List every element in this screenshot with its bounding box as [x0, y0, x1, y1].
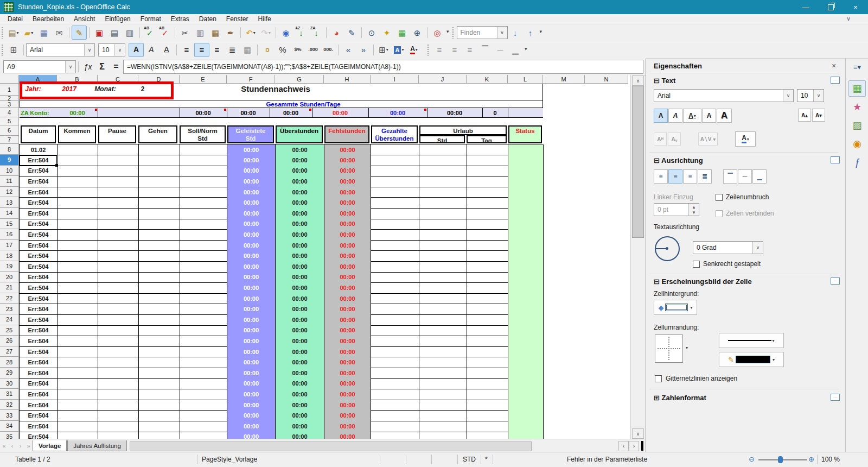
cell-K29[interactable]	[467, 368, 508, 379]
column-header-L[interactable]: L	[508, 75, 543, 84]
cell-H22[interactable]: 00:00	[324, 293, 371, 305]
tb-std-overflow[interactable]: ▾	[446, 29, 449, 34]
cell-C34[interactable]	[98, 421, 139, 432]
cell-appearance-dialog-launcher-icon[interactable]: …	[831, 277, 840, 285]
align-top-button[interactable]: ▔	[723, 169, 737, 184]
cell-A12[interactable]: Err:504	[20, 187, 58, 198]
cell-D29[interactable]	[139, 368, 180, 379]
header-gezahlte-ueberstunden[interactable]: GezahlteÜberstunden	[371, 125, 418, 143]
cell-total-E[interactable]: 00:00	[180, 108, 227, 117]
background-color-dropdown-icon[interactable]: ▾	[690, 305, 692, 310]
cell-C13[interactable]	[98, 197, 139, 209]
cell-K23[interactable]	[467, 304, 508, 315]
background-color-button[interactable]: A▾	[391, 43, 406, 57]
row-header-2[interactable]: 2	[0, 96, 19, 101]
cell-B10[interactable]	[58, 166, 98, 177]
cell-H20[interactable]: 00:00	[324, 272, 371, 283]
cell-H12[interactable]: 00:00	[324, 187, 371, 198]
close-button[interactable]: ×	[843, 0, 868, 14]
format-paintbrush-button[interactable]: ✒	[223, 26, 238, 40]
cell-F22[interactable]: 00:00	[227, 293, 276, 305]
row-header-32[interactable]: 32	[0, 400, 19, 411]
cell-C14[interactable]	[98, 208, 139, 219]
sidebar-font-name-select[interactable]: Arial ∨	[654, 89, 794, 102]
cell-L15[interactable]	[508, 219, 544, 230]
menu-item-bearbeiten[interactable]: Bearbeiten	[28, 15, 68, 23]
row-header-26[interactable]: 26	[0, 336, 19, 346]
cell-G19[interactable]: 00:00	[276, 261, 324, 273]
cell-F19[interactable]: 00:00	[227, 261, 276, 273]
row-header-11[interactable]: 11	[0, 176, 19, 187]
cell-J29[interactable]	[419, 368, 467, 379]
cell-G9[interactable]: 00:00	[276, 155, 324, 166]
align-center-button[interactable]: ≡	[194, 43, 209, 57]
sort-descending-button[interactable]: ZA↓	[309, 26, 324, 40]
cell-B22[interactable]	[58, 293, 98, 305]
cell-I13[interactable]	[371, 197, 419, 209]
header-fehlstunden[interactable]: Fehlstunden	[324, 125, 369, 143]
cell-L22[interactable]	[508, 293, 544, 305]
font-name-select[interactable]: Arial ∨	[26, 43, 95, 56]
cell-E15[interactable]	[180, 219, 227, 230]
cell-L9[interactable]	[508, 155, 544, 166]
scroll-down-icon[interactable]: ∨	[632, 428, 644, 439]
cell-D17[interactable]	[139, 240, 180, 251]
font-color-button[interactable]: A▾	[406, 43, 422, 57]
cell-D8[interactable]	[139, 144, 180, 155]
cell-A27[interactable]: Err:504	[20, 346, 58, 358]
cell-I15[interactable]	[371, 219, 419, 230]
cell-B29[interactable]	[58, 368, 98, 379]
cell-L25[interactable]	[508, 325, 544, 337]
cell-D32[interactable]	[139, 400, 180, 411]
header-urlaub[interactable]: Urlaub	[419, 125, 507, 135]
cell-J31[interactable]	[419, 389, 467, 400]
row-header-8[interactable]: 8	[0, 144, 19, 155]
sort-ascending-button[interactable]: AZ↓	[293, 26, 309, 40]
font-size-dropdown-icon[interactable]: ∨	[114, 44, 125, 56]
delete-decimal-place-button[interactable]: 000.	[321, 43, 336, 57]
cell-E29[interactable]	[180, 368, 227, 379]
cell-K33[interactable]	[467, 410, 508, 421]
sidebar-bold-button[interactable]: A	[654, 109, 668, 123]
cell-H15[interactable]: 00:00	[324, 219, 371, 230]
cell-G34[interactable]: 00:00	[276, 421, 324, 432]
first-sheet-icon[interactable]: «	[0, 441, 8, 450]
cell-E9[interactable]	[180, 155, 227, 166]
menu-item-daten[interactable]: Daten	[195, 15, 221, 23]
wrap-text-checkbox[interactable]	[716, 194, 723, 201]
cell-G24[interactable]: 00:00	[276, 314, 324, 326]
align-right-button[interactable]: ≡	[683, 169, 697, 184]
cell-A34[interactable]: Err:504	[20, 421, 58, 432]
cell-I23[interactable]	[371, 304, 419, 315]
cell-I21[interactable]	[371, 282, 419, 294]
cell-A16[interactable]: Err:504	[20, 229, 58, 241]
cell-H30[interactable]: 00:00	[324, 378, 371, 390]
cell-D10[interactable]	[139, 166, 180, 177]
text-dialog-launcher-icon[interactable]: …	[831, 77, 840, 84]
row-header-27[interactable]: 27	[0, 346, 19, 357]
cell-E34[interactable]	[180, 421, 227, 432]
section-alignment-header[interactable]: ⊟ Ausrichtung	[654, 156, 703, 165]
cell-B26[interactable]	[58, 336, 98, 347]
cell-J24[interactable]	[419, 314, 467, 326]
function-wizard-button[interactable]: ƒx	[81, 60, 95, 73]
borders-button[interactable]: ⊞▾	[376, 43, 391, 57]
bold-button[interactable]: A	[129, 43, 144, 57]
cell-J22[interactable]	[419, 293, 467, 305]
find-toolbar-grip[interactable]	[452, 27, 455, 39]
auto-spellcheck-button[interactable]: AB✓	[157, 26, 173, 40]
header-kommen[interactable]: Kommen	[58, 125, 96, 143]
sidebar-tab-styles[interactable]: ★	[848, 99, 866, 115]
vertical-scrollbar[interactable]: ∧ ∨	[630, 75, 644, 439]
cell-I22[interactable]	[371, 293, 419, 305]
sum-button[interactable]: Σ	[95, 60, 109, 73]
cell-J9[interactable]	[419, 155, 467, 166]
cell-K10[interactable]	[467, 166, 508, 177]
cell-I12[interactable]	[371, 187, 419, 198]
cell-D18[interactable]	[139, 250, 180, 262]
align-justify-button[interactable]: ≣	[225, 43, 240, 57]
cell-H33[interactable]: 00:00	[324, 410, 371, 421]
cell-B11[interactable]	[58, 176, 98, 187]
column-header-E[interactable]: E	[180, 75, 227, 84]
degrees-dropdown-icon[interactable]: ∨	[752, 242, 763, 254]
